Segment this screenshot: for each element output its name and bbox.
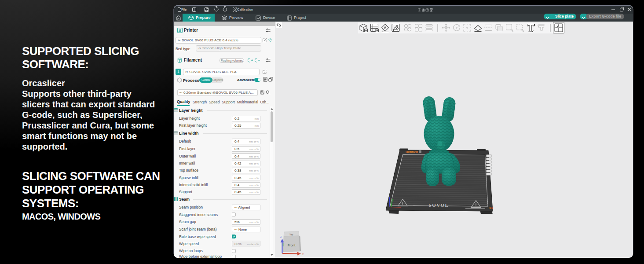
svg-text:Front: Front <box>288 243 296 247</box>
svg-text:SOVOL: SOVOL <box>429 202 449 208</box>
svg-text:01: 01 <box>490 206 493 209</box>
svg-text:z: z <box>280 235 282 238</box>
svg-text:Untitled: Untitled <box>406 150 418 154</box>
svg-text:Top: Top <box>289 233 293 236</box>
svg-text:x: x <box>302 253 304 256</box>
